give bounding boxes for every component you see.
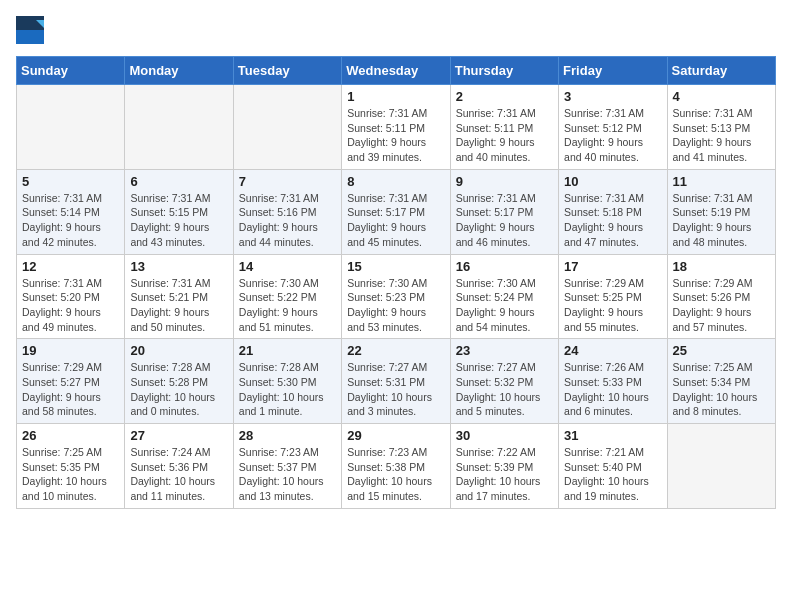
day-info: Sunrise: 7:31 AM Sunset: 5:21 PM Dayligh… [130,276,227,335]
weekday-header-friday: Friday [559,57,667,85]
calendar-cell: 30Sunrise: 7:22 AM Sunset: 5:39 PM Dayli… [450,424,558,509]
calendar-cell: 2Sunrise: 7:31 AM Sunset: 5:11 PM Daylig… [450,85,558,170]
calendar-week-2: 5Sunrise: 7:31 AM Sunset: 5:14 PM Daylig… [17,169,776,254]
calendar-cell: 22Sunrise: 7:27 AM Sunset: 5:31 PM Dayli… [342,339,450,424]
day-info: Sunrise: 7:31 AM Sunset: 5:11 PM Dayligh… [456,106,553,165]
calendar-cell: 20Sunrise: 7:28 AM Sunset: 5:28 PM Dayli… [125,339,233,424]
calendar-header-row: SundayMondayTuesdayWednesdayThursdayFrid… [17,57,776,85]
day-number: 27 [130,428,227,443]
calendar-cell: 23Sunrise: 7:27 AM Sunset: 5:32 PM Dayli… [450,339,558,424]
day-number: 16 [456,259,553,274]
calendar-cell: 25Sunrise: 7:25 AM Sunset: 5:34 PM Dayli… [667,339,775,424]
day-number: 12 [22,259,119,274]
day-info: Sunrise: 7:31 AM Sunset: 5:11 PM Dayligh… [347,106,444,165]
calendar-cell: 13Sunrise: 7:31 AM Sunset: 5:21 PM Dayli… [125,254,233,339]
calendar-week-4: 19Sunrise: 7:29 AM Sunset: 5:27 PM Dayli… [17,339,776,424]
day-number: 1 [347,89,444,104]
day-number: 20 [130,343,227,358]
calendar-cell: 9Sunrise: 7:31 AM Sunset: 5:17 PM Daylig… [450,169,558,254]
day-info: Sunrise: 7:23 AM Sunset: 5:38 PM Dayligh… [347,445,444,504]
day-info: Sunrise: 7:30 AM Sunset: 5:22 PM Dayligh… [239,276,336,335]
weekday-header-monday: Monday [125,57,233,85]
calendar-cell [17,85,125,170]
day-info: Sunrise: 7:31 AM Sunset: 5:12 PM Dayligh… [564,106,661,165]
day-info: Sunrise: 7:31 AM Sunset: 5:14 PM Dayligh… [22,191,119,250]
calendar-cell: 3Sunrise: 7:31 AM Sunset: 5:12 PM Daylig… [559,85,667,170]
calendar-cell: 31Sunrise: 7:21 AM Sunset: 5:40 PM Dayli… [559,424,667,509]
day-info: Sunrise: 7:30 AM Sunset: 5:24 PM Dayligh… [456,276,553,335]
day-number: 13 [130,259,227,274]
day-info: Sunrise: 7:31 AM Sunset: 5:20 PM Dayligh… [22,276,119,335]
day-info: Sunrise: 7:23 AM Sunset: 5:37 PM Dayligh… [239,445,336,504]
day-info: Sunrise: 7:31 AM Sunset: 5:17 PM Dayligh… [456,191,553,250]
calendar-cell [125,85,233,170]
logo-icon [16,16,44,44]
calendar-cell: 12Sunrise: 7:31 AM Sunset: 5:20 PM Dayli… [17,254,125,339]
day-info: Sunrise: 7:31 AM Sunset: 5:19 PM Dayligh… [673,191,770,250]
calendar-cell: 15Sunrise: 7:30 AM Sunset: 5:23 PM Dayli… [342,254,450,339]
day-info: Sunrise: 7:22 AM Sunset: 5:39 PM Dayligh… [456,445,553,504]
day-number: 17 [564,259,661,274]
day-number: 6 [130,174,227,189]
day-number: 19 [22,343,119,358]
calendar-cell: 27Sunrise: 7:24 AM Sunset: 5:36 PM Dayli… [125,424,233,509]
day-number: 25 [673,343,770,358]
day-number: 15 [347,259,444,274]
day-number: 26 [22,428,119,443]
calendar-cell: 21Sunrise: 7:28 AM Sunset: 5:30 PM Dayli… [233,339,341,424]
calendar-week-3: 12Sunrise: 7:31 AM Sunset: 5:20 PM Dayli… [17,254,776,339]
weekday-header-wednesday: Wednesday [342,57,450,85]
calendar-cell: 17Sunrise: 7:29 AM Sunset: 5:25 PM Dayli… [559,254,667,339]
day-info: Sunrise: 7:31 AM Sunset: 5:18 PM Dayligh… [564,191,661,250]
day-number: 28 [239,428,336,443]
day-info: Sunrise: 7:24 AM Sunset: 5:36 PM Dayligh… [130,445,227,504]
day-info: Sunrise: 7:27 AM Sunset: 5:32 PM Dayligh… [456,360,553,419]
calendar-cell [233,85,341,170]
weekday-header-sunday: Sunday [17,57,125,85]
calendar-cell: 28Sunrise: 7:23 AM Sunset: 5:37 PM Dayli… [233,424,341,509]
day-number: 8 [347,174,444,189]
calendar-week-5: 26Sunrise: 7:25 AM Sunset: 5:35 PM Dayli… [17,424,776,509]
weekday-header-saturday: Saturday [667,57,775,85]
calendar-cell: 16Sunrise: 7:30 AM Sunset: 5:24 PM Dayli… [450,254,558,339]
day-info: Sunrise: 7:31 AM Sunset: 5:16 PM Dayligh… [239,191,336,250]
logo [16,16,48,44]
calendar-cell: 5Sunrise: 7:31 AM Sunset: 5:14 PM Daylig… [17,169,125,254]
svg-rect-1 [16,30,44,44]
day-info: Sunrise: 7:29 AM Sunset: 5:25 PM Dayligh… [564,276,661,335]
calendar-cell: 6Sunrise: 7:31 AM Sunset: 5:15 PM Daylig… [125,169,233,254]
day-number: 10 [564,174,661,189]
day-info: Sunrise: 7:25 AM Sunset: 5:34 PM Dayligh… [673,360,770,419]
day-info: Sunrise: 7:29 AM Sunset: 5:27 PM Dayligh… [22,360,119,419]
calendar-table: SundayMondayTuesdayWednesdayThursdayFrid… [16,56,776,509]
day-number: 29 [347,428,444,443]
calendar-cell: 29Sunrise: 7:23 AM Sunset: 5:38 PM Dayli… [342,424,450,509]
weekday-header-tuesday: Tuesday [233,57,341,85]
day-info: Sunrise: 7:31 AM Sunset: 5:13 PM Dayligh… [673,106,770,165]
calendar-week-1: 1Sunrise: 7:31 AM Sunset: 5:11 PM Daylig… [17,85,776,170]
day-number: 5 [22,174,119,189]
calendar-cell: 24Sunrise: 7:26 AM Sunset: 5:33 PM Dayli… [559,339,667,424]
day-info: Sunrise: 7:30 AM Sunset: 5:23 PM Dayligh… [347,276,444,335]
day-number: 30 [456,428,553,443]
day-info: Sunrise: 7:27 AM Sunset: 5:31 PM Dayligh… [347,360,444,419]
day-info: Sunrise: 7:28 AM Sunset: 5:30 PM Dayligh… [239,360,336,419]
day-number: 23 [456,343,553,358]
calendar-cell: 14Sunrise: 7:30 AM Sunset: 5:22 PM Dayli… [233,254,341,339]
day-number: 18 [673,259,770,274]
day-number: 3 [564,89,661,104]
day-info: Sunrise: 7:31 AM Sunset: 5:15 PM Dayligh… [130,191,227,250]
day-info: Sunrise: 7:21 AM Sunset: 5:40 PM Dayligh… [564,445,661,504]
calendar-cell: 1Sunrise: 7:31 AM Sunset: 5:11 PM Daylig… [342,85,450,170]
day-number: 9 [456,174,553,189]
day-info: Sunrise: 7:29 AM Sunset: 5:26 PM Dayligh… [673,276,770,335]
day-number: 22 [347,343,444,358]
calendar-cell: 11Sunrise: 7:31 AM Sunset: 5:19 PM Dayli… [667,169,775,254]
calendar-cell: 19Sunrise: 7:29 AM Sunset: 5:27 PM Dayli… [17,339,125,424]
page-header [16,16,776,44]
day-info: Sunrise: 7:26 AM Sunset: 5:33 PM Dayligh… [564,360,661,419]
day-info: Sunrise: 7:31 AM Sunset: 5:17 PM Dayligh… [347,191,444,250]
day-number: 11 [673,174,770,189]
day-number: 7 [239,174,336,189]
calendar-cell: 10Sunrise: 7:31 AM Sunset: 5:18 PM Dayli… [559,169,667,254]
